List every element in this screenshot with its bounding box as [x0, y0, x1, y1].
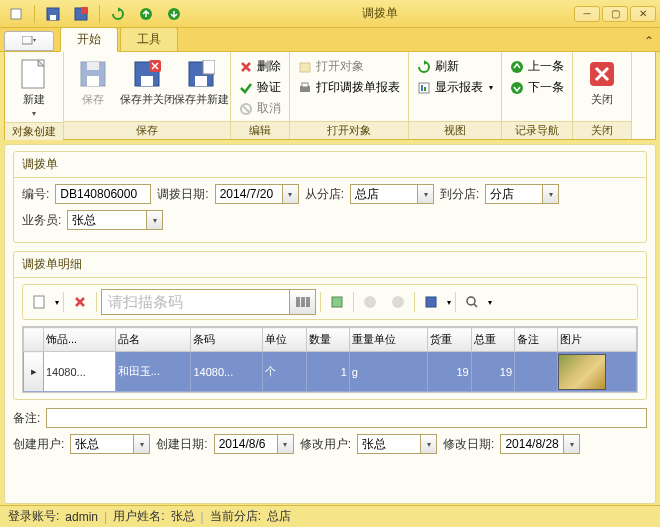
- status-account-label: 登录账号:: [8, 508, 59, 525]
- cancel-button: 取消: [235, 98, 285, 119]
- date-label: 调拨日期:: [157, 186, 208, 203]
- svg-point-39: [467, 297, 475, 305]
- svg-point-36: [364, 296, 376, 308]
- save-close-icon: [131, 58, 163, 90]
- validate-button[interactable]: 验证: [235, 77, 285, 98]
- sales-field[interactable]: ▾: [67, 210, 163, 230]
- open-object-button: 打开对象: [294, 56, 404, 77]
- qat-save-icon[interactable]: [41, 2, 65, 26]
- detail-section-title: 调拨单明细: [14, 252, 646, 278]
- toolbar-search-icon[interactable]: [460, 290, 484, 314]
- save-new-icon: [185, 58, 217, 90]
- qat-prev-icon[interactable]: [134, 2, 158, 26]
- group-view-label: 视图: [409, 121, 501, 139]
- qat-refresh-icon[interactable]: [106, 2, 130, 26]
- create-user-field[interactable]: ▾: [70, 434, 150, 454]
- svg-rect-24: [424, 87, 426, 91]
- minimize-button[interactable]: ─: [574, 6, 600, 22]
- svg-rect-23: [421, 85, 423, 91]
- svg-rect-21: [302, 83, 308, 87]
- qat-next-icon[interactable]: [162, 2, 186, 26]
- detail-grid[interactable]: 饰品... 品名 条码 单位 数量 重量单位 货重 总重 备注 图片 ▸ 140…: [23, 327, 637, 392]
- group-close-label: 关闭: [573, 121, 631, 139]
- toolbar-new-icon[interactable]: [27, 290, 51, 314]
- close-button[interactable]: 关闭: [577, 54, 627, 111]
- to-label: 到分店:: [440, 186, 479, 203]
- chevron-down-icon[interactable]: ▾: [146, 211, 162, 229]
- svg-point-37: [392, 296, 404, 308]
- modify-date-field[interactable]: ▾: [500, 434, 580, 454]
- svg-rect-0: [11, 9, 21, 19]
- save-icon: [77, 58, 109, 90]
- group-open-label: 打开对象: [290, 121, 408, 139]
- svg-rect-16: [195, 76, 207, 86]
- collapse-ribbon-icon[interactable]: ⌃: [638, 31, 660, 51]
- status-user: 张总: [171, 508, 195, 525]
- qat-saveclose-icon[interactable]: [69, 2, 93, 26]
- remark-field[interactable]: [46, 408, 647, 428]
- save-button: 保存: [68, 54, 118, 111]
- status-store-label: 当前分店:: [210, 508, 261, 525]
- from-store-field[interactable]: ▾: [350, 184, 434, 204]
- tab-tools[interactable]: 工具: [120, 27, 178, 51]
- svg-line-40: [474, 304, 477, 307]
- status-account: admin: [65, 510, 98, 524]
- next-record-button[interactable]: 下一条: [506, 77, 568, 98]
- save-close-button[interactable]: 保存并关闭: [122, 54, 172, 111]
- new-doc-icon: [18, 58, 50, 90]
- qat-menu-icon[interactable]: [4, 2, 28, 26]
- close-icon: [586, 58, 618, 90]
- date-field[interactable]: ▾: [215, 184, 299, 204]
- toolbar-export-icon[interactable]: [419, 290, 443, 314]
- toolbar-grid-icon[interactable]: [325, 290, 349, 314]
- group-save-label: 保存: [64, 121, 230, 139]
- row-image-cell[interactable]: [558, 352, 637, 392]
- header-section-title: 调拨单: [14, 152, 646, 178]
- from-label: 从分店:: [305, 186, 344, 203]
- status-store: 总店: [267, 508, 291, 525]
- chevron-down-icon[interactable]: ▾: [282, 185, 298, 203]
- svg-rect-13: [141, 76, 153, 86]
- refresh-button[interactable]: 刷新: [413, 56, 497, 77]
- create-date-field[interactable]: ▾: [214, 434, 294, 454]
- prev-record-button[interactable]: 上一条: [506, 56, 568, 77]
- svg-rect-7: [22, 36, 32, 44]
- svg-rect-19: [300, 63, 310, 72]
- show-report-button[interactable]: 显示报表▾: [413, 77, 497, 98]
- svg-rect-11: [87, 62, 99, 70]
- svg-rect-28: [34, 296, 44, 308]
- svg-rect-10: [87, 76, 99, 86]
- close-window-button[interactable]: ✕: [630, 6, 656, 22]
- modify-user-label: 修改用户:: [300, 436, 351, 453]
- new-button[interactable]: 新建▾: [9, 54, 59, 122]
- table-row[interactable]: ▸ 14080... 和田玉... 14080... 个 1 g 19 19: [24, 352, 637, 392]
- toolbar-delete-icon[interactable]: [68, 290, 92, 314]
- print-report-button[interactable]: 打印调拨单报表: [294, 77, 404, 98]
- chevron-down-icon[interactable]: ▾: [542, 185, 558, 203]
- window-title: 调拨单: [186, 5, 574, 22]
- to-store-field[interactable]: ▾: [485, 184, 559, 204]
- group-edit-label: 编辑: [231, 121, 289, 139]
- maximize-button[interactable]: ▢: [602, 6, 628, 22]
- group-create-label: 对象创建: [5, 122, 63, 140]
- create-user-label: 创建用户:: [13, 436, 64, 453]
- group-nav-label: 记录导航: [502, 121, 572, 139]
- svg-rect-4: [81, 7, 88, 14]
- product-thumbnail: [558, 354, 606, 390]
- sales-label: 业务员:: [22, 212, 61, 229]
- no-field[interactable]: [55, 184, 151, 204]
- barcode-icon[interactable]: [289, 290, 315, 314]
- chevron-down-icon[interactable]: ▾: [417, 185, 433, 203]
- save-new-button[interactable]: 保存并新建: [176, 54, 226, 111]
- barcode-search-input[interactable]: [101, 289, 316, 315]
- modify-date-label: 修改日期:: [443, 436, 494, 453]
- create-date-label: 创建日期:: [156, 436, 207, 453]
- toolbar-next-icon: [386, 290, 410, 314]
- file-menu-tab[interactable]: [4, 31, 54, 51]
- modify-user-field[interactable]: ▾: [357, 434, 437, 454]
- delete-button[interactable]: 删除: [235, 56, 285, 77]
- no-label: 编号:: [22, 186, 49, 203]
- tab-start[interactable]: 开始: [60, 27, 118, 52]
- status-user-label: 用户姓名:: [113, 508, 164, 525]
- svg-rect-17: [203, 60, 215, 74]
